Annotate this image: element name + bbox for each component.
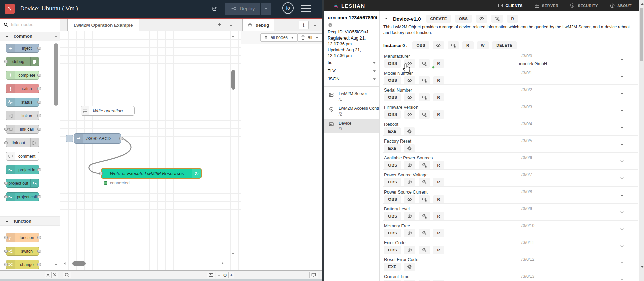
expand-chevron-icon[interactable]: [619, 91, 625, 96]
minimap-toggle-button[interactable]: [207, 272, 215, 278]
power-source-current-eye-off-button[interactable]: [404, 195, 415, 203]
instance-eye-off-button[interactable]: [433, 41, 444, 49]
power-source-voltage-r-button[interactable]: R: [433, 178, 444, 186]
power-source-voltage-obs-button[interactable]: OBS: [384, 178, 401, 186]
palette-collapse-up-button[interactable]: [45, 272, 51, 278]
error-code-r-button[interactable]: R: [433, 246, 444, 254]
palette-node-project-out[interactable]: project out: [6, 179, 39, 188]
deploy-button[interactable]: Deploy: [225, 3, 260, 15]
factory-reset-gear-button[interactable]: [404, 144, 415, 152]
canvas-scroll-up-icon[interactable]: [230, 34, 236, 39]
model-number-eye-x-button[interactable]: [419, 76, 430, 84]
firmware-version-r-button[interactable]: R: [433, 110, 444, 119]
lwm2m-write-node[interactable]: Write or Execute LwM2M Resources: [101, 168, 202, 179]
user-avatar[interactable]: fo: [282, 2, 294, 14]
serial-number-eye-x-button[interactable]: [419, 93, 430, 101]
expand-chevron-icon[interactable]: [619, 158, 625, 164]
browser-scrollbar[interactable]: [639, 0, 644, 281]
serial-number-r-button[interactable]: R: [433, 93, 444, 101]
object-item-lwm2m-access-control[interactable]: LwM2M Access Control/2: [324, 104, 379, 119]
object-obs-button[interactable]: OBS: [455, 15, 472, 23]
debug-clear-button[interactable]: all: [297, 33, 323, 42]
serial-number-eye-off-button[interactable]: [404, 93, 415, 101]
canvas-scroll-right-icon[interactable]: [220, 261, 225, 266]
battery-level-obs-button[interactable]: OBS: [384, 212, 401, 220]
manufacturer-obs-button[interactable]: OBS: [384, 59, 401, 68]
expand-chevron-icon[interactable]: [619, 226, 625, 232]
palette-node-link-in[interactable]: link in: [6, 111, 39, 120]
comment-node-write-operation[interactable]: Write operation: [81, 106, 135, 116]
power-source-current-eye-x-button[interactable]: [419, 195, 430, 203]
expand-chevron-icon[interactable]: [619, 142, 625, 147]
available-power-sources-eye-x-button[interactable]: [419, 161, 430, 169]
canvas-search-button[interactable]: [63, 272, 71, 278]
current-time-eye-off-button[interactable]: [404, 280, 415, 281]
main-menu-button[interactable]: [301, 4, 311, 13]
zoom-in-button[interactable]: +: [228, 272, 234, 278]
palette-node-change[interactable]: change: [6, 260, 39, 269]
expand-chevron-icon[interactable]: [619, 193, 625, 198]
error-code-eye-off-button[interactable]: [404, 246, 415, 254]
zoom-out-button[interactable]: −: [216, 272, 222, 278]
memory-free-obs-button[interactable]: OBS: [384, 229, 401, 237]
nav-item-clients[interactable]: CLIENTS: [498, 3, 523, 8]
add-flow-button[interactable]: [217, 22, 222, 27]
reboot-exe-button[interactable]: EXE: [384, 127, 401, 135]
inject-trigger-button[interactable]: [66, 135, 73, 142]
debug-popout-button[interactable]: [309, 272, 318, 278]
factory-reset-exe-button[interactable]: EXE: [384, 144, 401, 152]
sidebar-menu-button[interactable]: [312, 23, 318, 28]
power-source-voltage-eye-x-button[interactable]: [419, 178, 430, 186]
palette-node-project-in[interactable]: project in: [6, 165, 39, 174]
expand-chevron-icon[interactable]: [619, 243, 625, 249]
object-eye-off-button[interactable]: [476, 15, 487, 23]
palette-node-link-call[interactable]: link call: [6, 125, 39, 134]
palette-node-project-call[interactable]: project call: [6, 192, 39, 201]
palette-node-debug[interactable]: debug: [6, 57, 39, 66]
canvas-grid[interactable]: Write operation /3/0/0:ABCD Write or Exe…: [60, 31, 241, 270]
firmware-version-obs-button[interactable]: OBS: [384, 110, 401, 119]
instance-w-button[interactable]: W: [477, 41, 489, 49]
battery-level-eye-off-button[interactable]: [404, 212, 415, 220]
select-json[interactable]: JSON: [328, 75, 377, 83]
output-port[interactable]: [119, 137, 123, 140]
memory-free-eye-x-button[interactable]: [419, 229, 430, 237]
object-item-lwm2m-server[interactable]: LwM2M Server/1: [324, 89, 379, 104]
palette-scroll-down-icon[interactable]: [53, 262, 59, 267]
node-help-button[interactable]: i: [299, 21, 309, 29]
expand-chevron-icon[interactable]: [619, 108, 625, 113]
model-number-r-button[interactable]: R: [433, 76, 444, 84]
firmware-version-eye-off-button[interactable]: [404, 110, 415, 119]
expand-chevron-icon[interactable]: [619, 125, 625, 130]
expand-chevron-icon[interactable]: [619, 209, 625, 215]
palette-collapse-down-button[interactable]: [51, 272, 58, 278]
select-tlv[interactable]: TLV: [328, 67, 377, 75]
current-time-obs-button[interactable]: OBS: [384, 280, 401, 281]
canvas-scroll-down-icon[interactable]: [230, 251, 236, 256]
nav-item-about[interactable]: ABOUT: [610, 3, 632, 8]
palette-section-function[interactable]: function: [0, 216, 60, 226]
inject-node[interactable]: /3/0/0:ABCD: [74, 133, 121, 144]
palette-filter-input[interactable]: [11, 22, 48, 27]
palette-scrollbar-thumb[interactable]: [54, 43, 58, 106]
available-power-sources-r-button[interactable]: R: [433, 161, 444, 169]
object-r-button[interactable]: R: [507, 15, 518, 23]
memory-free-eye-off-button[interactable]: [404, 229, 415, 237]
scrollbar-thumb[interactable]: [640, 8, 643, 61]
tab-debug[interactable]: debug: [242, 19, 274, 31]
object-create-button[interactable]: CREATE: [426, 15, 451, 23]
reboot-gear-button[interactable]: [404, 127, 415, 135]
palette-node-function[interactable]: ffunction: [6, 233, 39, 242]
power-source-current-obs-button[interactable]: OBS: [384, 195, 401, 203]
canvas-vscrollbar-thumb[interactable]: [231, 70, 235, 90]
expand-chevron-icon[interactable]: [619, 74, 625, 79]
object-item-device[interactable]: Device/3: [324, 119, 379, 133]
palette-node-comment[interactable]: comment: [6, 152, 39, 161]
nav-item-server[interactable]: SERVER: [534, 3, 559, 8]
palette-node-link-out[interactable]: link out: [6, 138, 39, 147]
serial-number-obs-button[interactable]: OBS: [384, 93, 401, 101]
reset-error-code-exe-button[interactable]: EXE: [384, 263, 401, 271]
manufacturer-eye-x-button[interactable]: [419, 59, 430, 68]
canvas-scroll-left-icon[interactable]: [62, 261, 68, 266]
palette-node-complete[interactable]: complete: [6, 71, 39, 80]
